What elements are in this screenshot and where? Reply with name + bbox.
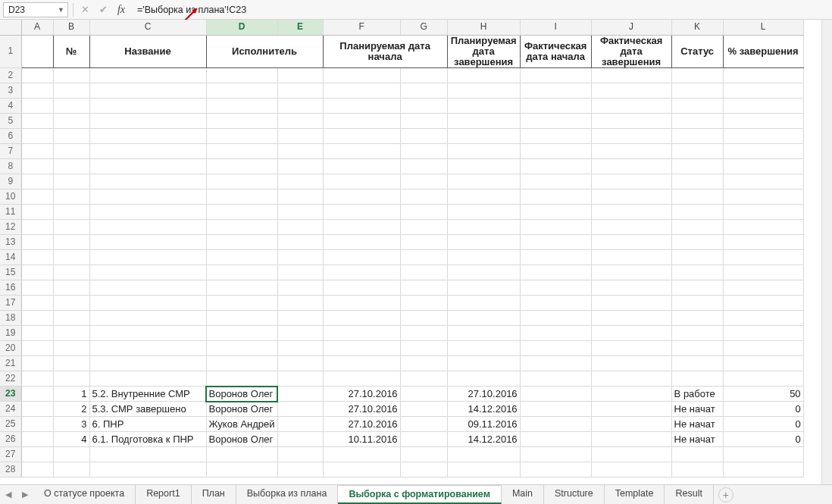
cell[interactable] — [671, 99, 723, 114]
cell[interactable] — [591, 432, 671, 447]
cell[interactable] — [671, 114, 723, 129]
cell[interactable] — [21, 159, 53, 174]
cell[interactable] — [277, 311, 323, 326]
cell[interactable] — [21, 311, 53, 326]
row-header[interactable]: 16 — [0, 280, 21, 296]
cell[interactable] — [671, 326, 723, 341]
cell[interactable] — [591, 250, 671, 265]
cell[interactable] — [323, 371, 400, 387]
row-header[interactable]: 27 — [0, 447, 21, 462]
cell[interactable] — [89, 296, 206, 311]
cell[interactable] — [520, 235, 591, 250]
cell[interactable] — [206, 83, 277, 99]
cell[interactable] — [671, 280, 723, 296]
cell[interactable] — [53, 447, 89, 462]
cell[interactable] — [89, 68, 206, 83]
cell[interactable] — [277, 129, 323, 144]
cell[interactable] — [400, 387, 447, 402]
vertical-scrollbar[interactable] — [821, 20, 832, 484]
cell[interactable] — [89, 174, 206, 189]
cell[interactable]: 27.10.2016 — [323, 387, 400, 402]
cell[interactable] — [206, 129, 277, 144]
header-cell[interactable]: Название — [89, 35, 206, 68]
cell[interactable] — [53, 220, 89, 235]
cell[interactable] — [21, 99, 53, 114]
cell[interactable] — [591, 189, 671, 205]
cell[interactable] — [591, 235, 671, 250]
row-header[interactable]: 26 — [0, 432, 21, 447]
name-box-input[interactable] — [7, 4, 49, 16]
cell[interactable] — [400, 250, 447, 265]
cell[interactable]: 09.11.2016 — [447, 417, 520, 432]
fx-icon[interactable]: fx — [114, 3, 128, 17]
cell[interactable] — [53, 250, 89, 265]
cell[interactable] — [400, 205, 447, 220]
row-header[interactable]: 3 — [0, 83, 21, 99]
column-header[interactable]: L — [723, 20, 803, 35]
cell[interactable] — [206, 99, 277, 114]
row-header[interactable]: 4 — [0, 99, 21, 114]
cell[interactable] — [323, 235, 400, 250]
cell[interactable] — [671, 220, 723, 235]
cell[interactable]: 1 — [53, 387, 89, 402]
cell[interactable] — [723, 159, 803, 174]
header-cell[interactable]: Планируемая дата начала — [323, 35, 447, 68]
cell[interactable] — [447, 462, 520, 477]
cell[interactable] — [400, 280, 447, 296]
cell[interactable]: 27.10.2016 — [447, 387, 520, 402]
column-header[interactable]: E — [277, 20, 323, 35]
cell[interactable] — [21, 189, 53, 205]
cell[interactable] — [723, 114, 803, 129]
cell[interactable] — [277, 447, 323, 462]
cell[interactable] — [723, 144, 803, 159]
cell[interactable] — [723, 68, 803, 83]
column-header[interactable]: G — [400, 20, 447, 35]
cell[interactable] — [447, 68, 520, 83]
cell[interactable]: 6.1. Подготовка к ПНР — [89, 432, 206, 447]
cell[interactable]: Не начат — [671, 417, 723, 432]
cell[interactable] — [21, 326, 53, 341]
cell[interactable] — [723, 326, 803, 341]
cell[interactable]: 6. ПНР — [89, 417, 206, 432]
cell[interactable] — [520, 462, 591, 477]
row-header[interactable]: 9 — [0, 174, 21, 189]
cell[interactable] — [520, 311, 591, 326]
cell[interactable]: 27.10.2016 — [323, 417, 400, 432]
cell[interactable] — [723, 99, 803, 114]
cell[interactable] — [591, 129, 671, 144]
cell[interactable] — [400, 114, 447, 129]
cell[interactable] — [323, 114, 400, 129]
row-header[interactable]: 25 — [0, 417, 21, 432]
cell[interactable] — [400, 371, 447, 387]
cell[interactable] — [21, 341, 53, 356]
cell[interactable] — [277, 387, 323, 402]
cell[interactable] — [21, 114, 53, 129]
cell[interactable] — [447, 265, 520, 280]
cell[interactable] — [206, 174, 277, 189]
cell[interactable] — [89, 159, 206, 174]
cell[interactable] — [53, 129, 89, 144]
cell[interactable] — [21, 205, 53, 220]
cell[interactable] — [400, 356, 447, 371]
cell[interactable] — [400, 174, 447, 189]
cell[interactable] — [53, 68, 89, 83]
cell[interactable] — [520, 220, 591, 235]
cell[interactable] — [206, 280, 277, 296]
cell[interactable] — [323, 220, 400, 235]
cell[interactable] — [520, 371, 591, 387]
row-header[interactable]: 15 — [0, 265, 21, 280]
row-header[interactable]: 12 — [0, 220, 21, 235]
column-header[interactable]: I — [520, 20, 591, 35]
cell[interactable] — [520, 205, 591, 220]
cell[interactable] — [21, 432, 53, 447]
cell[interactable] — [520, 356, 591, 371]
cell[interactable] — [671, 189, 723, 205]
cell[interactable]: 2 — [53, 402, 89, 417]
cell[interactable] — [323, 83, 400, 99]
cell[interactable] — [206, 265, 277, 280]
cell[interactable] — [520, 144, 591, 159]
cell[interactable]: 5.3. СМР завершено — [89, 402, 206, 417]
cell[interactable] — [447, 159, 520, 174]
cell[interactable] — [520, 447, 591, 462]
cell[interactable] — [277, 83, 323, 99]
